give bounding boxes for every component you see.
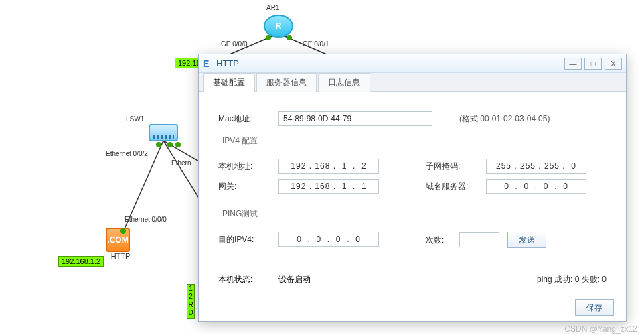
port-ge000: GE 0/0/0	[221, 40, 247, 48]
mac-input[interactable]	[278, 111, 432, 126]
host-addr-label: 本机地址:	[218, 161, 278, 172]
port-eth002: Ethernet 0/0/2	[106, 150, 148, 157]
status-value: 设备启动	[278, 274, 537, 285]
ipv4-legend: IPV4 配置	[218, 135, 262, 147]
link-dot	[175, 142, 181, 147]
ipv4-fieldset: IPV4 配置 本机地址: 网关: 子网掩码:	[218, 135, 607, 199]
gateway-input[interactable]	[278, 179, 379, 194]
mac-hint: (格式:00-01-02-03-04-05)	[459, 113, 550, 125]
ping-dst-input[interactable]	[278, 232, 379, 247]
tab-log[interactable]: 日志信息	[318, 73, 370, 92]
minimize-button[interactable]: —	[564, 58, 582, 70]
ping-count-label: 次数:	[426, 234, 459, 246]
port-ge001: GE 0/0/1	[303, 40, 329, 48]
status-label: 本机状态:	[218, 274, 278, 285]
close-button[interactable]: X	[605, 58, 622, 70]
router-label: AR1	[266, 4, 279, 11]
ping-dst-label: 目的IPV4:	[218, 234, 278, 245]
titlebar[interactable]: E HTTP — □ X	[199, 54, 626, 73]
ping-legend: PING测试	[218, 208, 262, 220]
switch-node[interactable]	[149, 124, 178, 147]
server-label: HTTP	[106, 252, 135, 260]
server-ip-badge: 192.168.1.2	[58, 256, 104, 267]
gateway-label: 网关:	[218, 181, 278, 192]
mask-label: 子网掩码:	[426, 161, 486, 172]
link-dot	[167, 142, 173, 147]
switch-icon	[149, 124, 178, 141]
config-panel: Mac地址: (格式:00-01-02-03-04-05) IPV4 配置 本机…	[206, 96, 619, 291]
link-dot	[156, 142, 161, 147]
mac-label: Mac地址:	[218, 113, 278, 125]
server-icon: .COM	[106, 228, 130, 252]
tab-server-info[interactable]: 服务器信息	[256, 73, 317, 92]
http-config-dialog: E HTTP — □ X 基础配置 服务器信息 日志信息 Mac地址: (格式:…	[198, 54, 627, 322]
save-button[interactable]: 保存	[575, 299, 614, 316]
dialog-title: HTTP	[216, 58, 239, 68]
host-addr-input[interactable]	[278, 159, 379, 174]
port-eth000: Ethernet 0/0/0	[125, 216, 167, 223]
link-dot	[120, 228, 126, 234]
side-strip: 1 2 R D	[187, 284, 195, 319]
router-icon: R	[264, 15, 293, 38]
tabs: 基础配置 服务器信息 日志信息	[199, 73, 626, 92]
watermark: CSDN @Yang_zx12	[564, 324, 637, 334]
app-icon: E	[203, 58, 214, 69]
mask-input[interactable]	[486, 159, 586, 174]
maximize-button[interactable]: □	[584, 58, 602, 70]
ping-count-input[interactable]	[459, 232, 499, 247]
link-dot	[287, 35, 292, 40]
router-node[interactable]: R	[264, 15, 293, 38]
ping-result: ping 成功: 0 失败: 0	[537, 274, 607, 285]
switch-label: LSW1	[126, 115, 144, 123]
svg-line-3	[163, 141, 201, 201]
link-dot	[266, 35, 271, 40]
dns-label: 域名服务器:	[426, 181, 486, 192]
port-eth-trunc: Ethern	[171, 159, 191, 167]
ping-fieldset: PING测试 目的IPV4: 次数: 发送	[218, 208, 607, 253]
tab-basic[interactable]: 基础配置	[203, 73, 255, 92]
dns-input[interactable]	[486, 179, 586, 194]
ping-send-button[interactable]: 发送	[507, 232, 546, 248]
